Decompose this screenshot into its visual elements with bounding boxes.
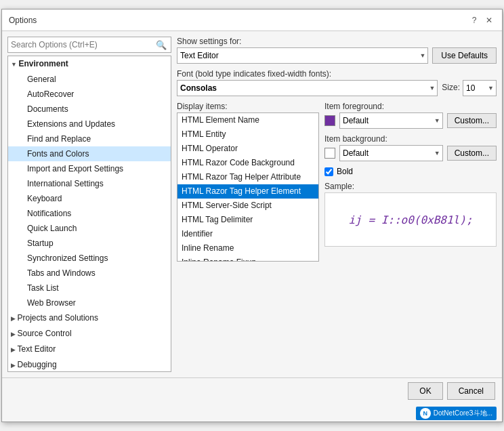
help-button[interactable]: ? xyxy=(468,14,480,26)
tree-item-general[interactable]: General xyxy=(8,72,171,87)
tree-item-web-browser[interactable]: Web Browser xyxy=(8,295,171,310)
item-background-select[interactable]: Default xyxy=(339,145,443,161)
tree-item-text-editor[interactable]: ▶ Text Editor xyxy=(8,342,171,357)
title-controls: ? ✕ xyxy=(468,14,495,26)
left-panel: 🔍 ▼ EnvironmentGeneralAutoRecoverDocumen… xyxy=(7,37,171,372)
tree-container[interactable]: ▼ EnvironmentGeneralAutoRecoverDocuments… xyxy=(7,56,171,372)
show-settings-dropdown-wrapper: Text Editor ▼ xyxy=(177,47,428,64)
use-defaults-button[interactable]: Use Defaults xyxy=(432,47,497,64)
tree-item-find-replace[interactable]: Find and Replace xyxy=(8,131,171,146)
list-item[interactable]: Inline Rename Fixup xyxy=(177,255,318,262)
list-item[interactable]: HTML Element Name xyxy=(177,113,318,127)
search-icon-button[interactable]: 🔍 xyxy=(154,40,168,50)
list-item[interactable]: HTML Razor Code Background xyxy=(177,156,318,170)
tree-item-task-list[interactable]: Task List xyxy=(8,281,171,295)
show-settings-section: Show settings for: Text Editor ▼ Use Def… xyxy=(177,37,497,64)
size-dropdown-wrapper: 10 ▼ xyxy=(463,80,497,96)
item-foreground-swatch xyxy=(324,115,335,126)
font-select[interactable]: Consolas xyxy=(177,80,438,96)
item-background-custom-button[interactable]: Custom... xyxy=(447,146,497,161)
size-section: Size: 10 ▼ xyxy=(442,80,497,96)
item-background-section: Item background: Default ▼ Custom... xyxy=(324,134,497,161)
font-label: Font (bold type indicates fixed-width fo… xyxy=(177,69,497,79)
item-background-dropdown-wrapper: Default ▼ xyxy=(339,145,443,161)
title-bar: Options ? ✕ xyxy=(2,9,502,31)
tree-item-notifications[interactable]: Notifications xyxy=(8,206,171,221)
item-foreground-row: Default ▼ Custom... xyxy=(324,112,497,129)
bold-row: Bold xyxy=(324,167,497,176)
sample-box: ij = I::o0(0xB81l); xyxy=(324,192,497,247)
options-dialog: Options ? ✕ 🔍 ▼ EnvironmentGeneralAutoRe… xyxy=(1,9,503,422)
tree-item-keyboard[interactable]: Keyboard xyxy=(8,191,171,206)
bottom-bar: N DotNetCoreЗ斗地... xyxy=(2,404,502,422)
size-select[interactable]: 10 xyxy=(463,80,497,96)
display-items-section: Display items: HTML Element NameHTML Ent… xyxy=(177,102,497,372)
font-row: Consolas ▼ Size: 10 ▼ xyxy=(177,80,497,96)
dialog-body: 🔍 ▼ EnvironmentGeneralAutoRecoverDocumen… xyxy=(2,31,502,377)
tree-item-tabs-windows[interactable]: Tabs and Windows xyxy=(8,266,171,281)
sample-label: Sample: xyxy=(324,182,497,191)
list-item[interactable]: HTML Tag Delimiter xyxy=(177,213,318,227)
close-button[interactable]: ✕ xyxy=(483,14,495,26)
dialog-footer: OK Cancel xyxy=(2,377,502,404)
display-items-label: Display items: xyxy=(177,102,319,111)
list-item[interactable]: HTML Entity xyxy=(177,127,318,142)
sample-text: ij = I::o0(0xB81l); xyxy=(348,213,472,226)
cancel-button[interactable]: Cancel xyxy=(447,382,495,400)
list-item[interactable]: Inline Rename xyxy=(177,241,318,255)
tree-item-startup[interactable]: Startup xyxy=(8,236,171,251)
bold-checkbox[interactable] xyxy=(324,167,333,176)
tree-item-projects-solutions[interactable]: ▶ Projects and Solutions xyxy=(8,310,171,326)
show-settings-select[interactable]: Text Editor xyxy=(177,47,428,64)
dotnet-icon: N xyxy=(420,408,431,419)
show-settings-label: Show settings for: xyxy=(177,37,497,46)
tree-item-synchronized[interactable]: Synchronized Settings xyxy=(8,251,171,266)
font-dropdown-wrapper: Consolas ▼ xyxy=(177,80,438,96)
item-foreground-select[interactable]: Default xyxy=(339,112,443,129)
size-label: Size: xyxy=(442,83,460,92)
item-foreground-dropdown-wrapper: Default ▼ xyxy=(339,112,443,129)
item-foreground-custom-button[interactable]: Custom... xyxy=(447,113,497,128)
tree-item-debugging[interactable]: ▶ Debugging xyxy=(8,357,171,372)
show-settings-row: Text Editor ▼ Use Defaults xyxy=(177,47,497,64)
tree-item-quick-launch[interactable]: Quick Launch xyxy=(8,221,171,236)
search-box[interactable]: 🔍 xyxy=(7,37,171,53)
display-items-left: Display items: HTML Element NameHTML Ent… xyxy=(177,102,319,372)
tree-item-import-export[interactable]: Import and Export Settings xyxy=(8,161,171,176)
right-panel: Show settings for: Text Editor ▼ Use Def… xyxy=(177,37,497,372)
tree-item-autorecover[interactable]: AutoRecover xyxy=(8,87,171,102)
item-background-label: Item background: xyxy=(324,134,497,144)
tree-item-extensions[interactable]: Extensions and Updates xyxy=(8,117,171,131)
list-item[interactable]: HTML Operator xyxy=(177,142,318,156)
item-foreground-section: Item foreground: Default ▼ Custom... xyxy=(324,102,497,129)
item-background-row: Default ▼ Custom... xyxy=(324,145,497,161)
item-foreground-label: Item foreground: xyxy=(324,102,497,111)
bold-label[interactable]: Bold xyxy=(337,167,353,176)
dotnet-badge: N DotNetCoreЗ斗地... xyxy=(416,407,497,420)
font-section: Font (bold type indicates fixed-width fo… xyxy=(177,69,497,96)
list-item[interactable]: Identifier xyxy=(177,227,318,241)
display-items-right: Item foreground: Default ▼ Custom... xyxy=(324,102,497,372)
tree-item-international[interactable]: International Settings xyxy=(8,176,171,191)
ok-button[interactable]: OK xyxy=(408,382,442,400)
list-item[interactable]: HTML Razor Tag Helper Attribute xyxy=(177,170,318,184)
tree-item-environment[interactable]: ▼ Environment xyxy=(8,56,171,72)
dialog-title: Options xyxy=(9,16,37,25)
display-items-list[interactable]: HTML Element NameHTML EntityHTML Operato… xyxy=(177,112,319,262)
list-item[interactable]: HTML Server-Side Script xyxy=(177,199,318,213)
dotnet-label: DotNetCoreЗ斗地... xyxy=(434,409,492,418)
item-background-swatch xyxy=(324,148,335,159)
search-input[interactable] xyxy=(11,40,154,49)
list-item[interactable]: HTML Razor Tag Helper Element xyxy=(177,184,318,199)
tree-item-source-control[interactable]: ▶ Source Control xyxy=(8,326,171,342)
sample-section: Sample: ij = I::o0(0xB81l); xyxy=(324,182,497,247)
tree-item-documents[interactable]: Documents xyxy=(8,102,171,117)
tree-item-fonts-colors[interactable]: Fonts and Colors xyxy=(8,146,171,161)
